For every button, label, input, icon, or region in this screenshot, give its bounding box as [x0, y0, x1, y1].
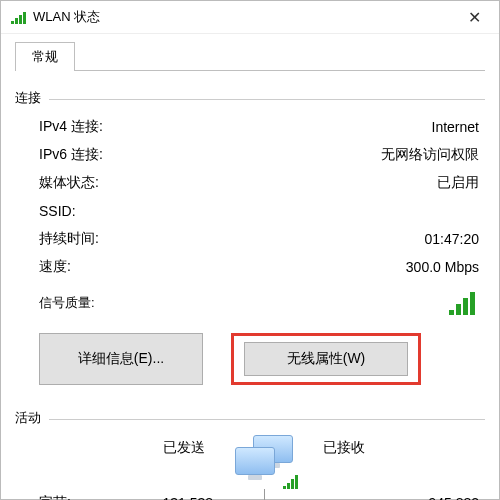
connection-section: 连接 IPv4 连接: Internet IPv6 连接: 无网络访问权限 媒体… [15, 89, 485, 391]
tab-general[interactable]: 常规 [15, 42, 75, 71]
tab-strip: 常规 [15, 42, 485, 71]
client-area: 常规 连接 IPv4 连接: Internet IPv6 连接: 无网络访问权限… [1, 34, 499, 500]
close-button[interactable]: ✕ [451, 1, 497, 33]
bytes-sent-value: 131,538 [149, 495, 219, 500]
wlan-status-window: WLAN 状态 ✕ 常规 连接 IPv4 连接: Internet IPv6 连… [0, 0, 500, 500]
media-state-value: 已启用 [437, 174, 479, 192]
ipv4-value: Internet [432, 119, 479, 135]
separator [264, 489, 265, 500]
divider [49, 99, 485, 100]
duration-value: 01:47:20 [425, 231, 480, 247]
activity-section: 活动 已发送 已接收 字 [15, 409, 485, 500]
ipv6-label: IPv6 连接: [39, 146, 103, 164]
ssid-label: SSID: [39, 203, 76, 219]
duration-label: 持续时间: [39, 230, 99, 248]
titlebar: WLAN 状态 ✕ [1, 1, 499, 34]
signal-quality-label: 信号质量: [39, 294, 95, 312]
media-state-label: 媒体状态: [39, 174, 99, 192]
bytes-received-value: 945,882 [379, 495, 479, 500]
window-title: WLAN 状态 [27, 8, 451, 26]
wifi-icon [11, 10, 27, 24]
wireless-properties-button[interactable]: 无线属性(W) [244, 342, 408, 376]
ipv4-label: IPv4 连接: [39, 118, 103, 136]
ipv6-value: 无网络访问权限 [381, 146, 479, 164]
signal-strength-icon [449, 291, 479, 315]
activity-section-label: 活动 [15, 409, 49, 427]
speed-value: 300.0 Mbps [406, 259, 479, 275]
speed-label: 速度: [39, 258, 71, 276]
divider [49, 419, 485, 420]
details-button[interactable]: 详细信息(E)... [39, 333, 203, 385]
network-activity-icon [229, 435, 299, 483]
highlight-annotation: 无线属性(W) [231, 333, 421, 385]
sent-label: 已发送 [149, 433, 219, 457]
connection-section-label: 连接 [15, 89, 49, 107]
bytes-label: 字节: [39, 494, 149, 500]
wifi-icon [283, 473, 303, 489]
received-label: 已接收 [309, 433, 379, 457]
